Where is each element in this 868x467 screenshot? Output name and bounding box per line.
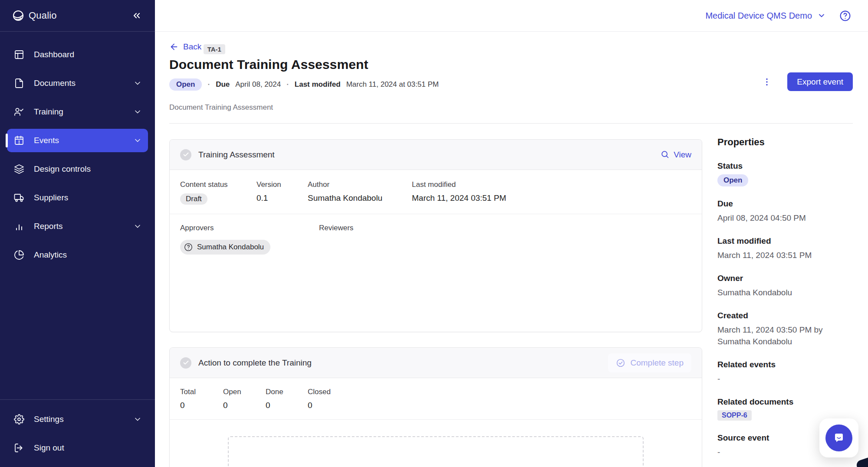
check-circle-icon bbox=[616, 358, 625, 368]
status-badge: Open bbox=[169, 78, 202, 91]
sidebar-item-reports[interactable]: Reports bbox=[7, 215, 148, 238]
chevron-down-icon bbox=[133, 222, 142, 231]
dashboard-icon bbox=[14, 49, 24, 60]
event-description: Document Training Assessment bbox=[169, 103, 853, 112]
chevron-down-icon bbox=[133, 79, 142, 88]
chat-launcher-button[interactable] bbox=[825, 425, 852, 451]
brand-name: Qualio bbox=[29, 10, 57, 21]
sidebar-item-label: Reports bbox=[34, 222, 63, 231]
approver-name: Sumatha Kondabolu bbox=[197, 243, 264, 251]
sidebar-footer: Settings Sign out bbox=[0, 399, 155, 467]
due-value: April 08, 2024 bbox=[235, 80, 281, 89]
workspace-switcher[interactable]: Medical Device QMS Demo bbox=[705, 11, 826, 21]
corner-overlay bbox=[855, 457, 868, 467]
step-check-icon bbox=[180, 357, 191, 369]
property-last-modified: Last modified March 11, 2024 03:51 PM bbox=[717, 236, 853, 261]
sidebar-item-label: Analytics bbox=[34, 250, 67, 260]
properties-panel: Properties Status Open Due April 08, 202… bbox=[717, 124, 853, 467]
field-last-modified: Last modified March 11, 2024 03:51 PM bbox=[412, 180, 691, 205]
chevron-down-icon bbox=[133, 108, 142, 116]
property-value: Sumatha Kondabolu bbox=[717, 287, 848, 298]
field-value: March 11, 2024 03:51 PM bbox=[412, 193, 691, 203]
bar-chart-icon bbox=[14, 221, 24, 232]
sidebar-item-label: Design controls bbox=[34, 164, 91, 174]
action-card-header: Action to complete the Training Complete… bbox=[170, 348, 702, 378]
property-label: Related documents bbox=[717, 397, 853, 407]
stat-label: Closed bbox=[308, 388, 691, 396]
reviewers-label: Reviewers bbox=[319, 224, 691, 232]
back-label: Back bbox=[183, 42, 201, 52]
separator-dot: · bbox=[207, 80, 210, 89]
sidebar-item-training[interactable]: Training bbox=[7, 100, 148, 124]
sidebar-item-settings[interactable]: Settings bbox=[7, 408, 148, 431]
sidebar-item-documents[interactable]: Documents bbox=[7, 72, 148, 95]
event-meta-row: Open · Due April 08, 2024 · Last modifed… bbox=[169, 78, 853, 91]
stat-value: 0 bbox=[223, 401, 266, 410]
stat-label: Done bbox=[266, 388, 308, 396]
help-icon[interactable] bbox=[839, 10, 852, 22]
field-value: 0.1 bbox=[256, 193, 308, 203]
event-code-badge: TA-1 bbox=[204, 44, 225, 54]
properties-title: Properties bbox=[717, 137, 853, 148]
field-value: Sumatha Kondabolu bbox=[308, 193, 412, 203]
training-card-header: Training Assessment View bbox=[170, 140, 702, 170]
arrow-left-icon bbox=[169, 42, 179, 52]
sidebar-item-analytics[interactable]: Analytics bbox=[7, 243, 148, 267]
field-label: Author bbox=[308, 180, 412, 189]
last-modified-value: March 11, 2024 at 03:51 PM bbox=[346, 80, 439, 89]
event-steps-column: Training Assessment View Co bbox=[169, 124, 702, 467]
training-card-title: Training Assessment bbox=[198, 150, 275, 160]
complete-step-label: Complete step bbox=[630, 358, 684, 368]
approver-chip[interactable]: Sumatha Kondabolu bbox=[180, 240, 270, 255]
field-version: Version 0.1 bbox=[256, 180, 308, 205]
field-label: Last modified bbox=[412, 180, 691, 189]
approvers-reviewers-section: Approvers Reviewers Sumatha Kondabol bbox=[170, 214, 702, 264]
training-assessment-card: Training Assessment View Co bbox=[169, 139, 702, 332]
layers-icon bbox=[14, 164, 24, 174]
sidebar-item-design-controls[interactable]: Design controls bbox=[7, 157, 148, 181]
property-label: Related events bbox=[717, 360, 853, 369]
workspace-name: Medical Device QMS Demo bbox=[705, 11, 812, 21]
main-content: Back Export event TA-1 Document Training… bbox=[169, 32, 853, 467]
document-meta-fields: Content status Draft Version 0.1 Author … bbox=[170, 170, 702, 214]
view-document-link[interactable]: View bbox=[661, 150, 691, 160]
pie-chart-icon bbox=[14, 250, 24, 260]
sidebar-item-events[interactable]: Events bbox=[7, 129, 148, 152]
search-icon bbox=[661, 150, 670, 159]
sidebar-item-suppliers[interactable]: Suppliers bbox=[7, 186, 148, 209]
action-stats: Total 0 Open 0 Done 0 Closed bbox=[170, 378, 702, 420]
property-owner: Owner Sumatha Kondabolu bbox=[717, 274, 853, 298]
export-event-button[interactable]: Export event bbox=[787, 72, 853, 91]
action-card: Action to complete the Training Complete… bbox=[169, 347, 702, 467]
truck-icon bbox=[14, 193, 24, 203]
content-status-badge: Draft bbox=[180, 193, 207, 205]
sidebar-item-label: Dashboard bbox=[34, 50, 74, 59]
separator-dot: · bbox=[286, 80, 289, 89]
related-document-badge[interactable]: SOPP-6 bbox=[717, 410, 752, 421]
calendar-alert-icon bbox=[14, 135, 24, 146]
complete-step-button[interactable]: Complete step bbox=[608, 353, 691, 372]
more-options-icon[interactable] bbox=[760, 75, 773, 88]
last-modified-label: Last modifed bbox=[295, 80, 341, 89]
action-card-title: Action to complete the Training bbox=[198, 358, 312, 368]
stat-value: 0 bbox=[180, 401, 223, 410]
field-label: Content status bbox=[180, 180, 256, 189]
sidebar-item-label: Suppliers bbox=[34, 193, 68, 202]
chevron-down-icon bbox=[817, 11, 826, 20]
gear-icon bbox=[14, 414, 24, 425]
stat-label: Open bbox=[223, 388, 266, 396]
sidebar-item-label: Documents bbox=[34, 78, 76, 88]
sidebar-item-label: Settings bbox=[34, 415, 64, 424]
stat-label: Total bbox=[180, 388, 223, 396]
stat-done: Done 0 bbox=[266, 388, 308, 410]
user-check-icon bbox=[14, 107, 24, 117]
sidebar-collapse-icon[interactable] bbox=[132, 10, 142, 21]
property-label: Created bbox=[717, 311, 853, 320]
stat-open: Open 0 bbox=[223, 388, 266, 410]
property-value: - bbox=[717, 373, 848, 385]
back-link[interactable]: Back bbox=[169, 42, 201, 52]
sidebar-item-label: Sign out bbox=[34, 443, 64, 453]
sidebar-item-sign-out[interactable]: Sign out bbox=[7, 436, 148, 460]
sidebar: Qualio Dashboard bbox=[0, 0, 155, 467]
sidebar-item-dashboard[interactable]: Dashboard bbox=[7, 43, 148, 66]
